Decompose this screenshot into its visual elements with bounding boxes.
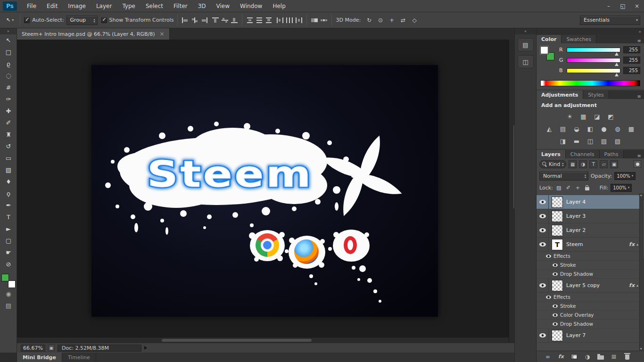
slider-thumb[interactable] xyxy=(615,73,619,76)
filter-type-layers-button[interactable]: T xyxy=(589,160,597,168)
exposure-icon[interactable]: ◩ xyxy=(606,112,616,121)
3d-slide-icon[interactable]: ⇄ xyxy=(398,16,408,25)
effect-row-stroke[interactable]: Stroke xyxy=(537,302,644,311)
layer-row-layer2[interactable]: Layer 2 xyxy=(537,223,644,238)
effects-header-row[interactable]: Effects xyxy=(537,252,644,261)
brush-tool-button[interactable]: ✐ xyxy=(0,117,17,129)
effects-collapse-chevron-icon[interactable]: ▴ xyxy=(636,283,638,288)
align-bottom-edges-icon[interactable] xyxy=(231,17,238,24)
visibility-toggle[interactable] xyxy=(543,293,553,301)
menu-layer[interactable]: Layer xyxy=(91,0,117,12)
tool-preset-picker[interactable]: ↖ ▾ xyxy=(4,16,16,24)
slider-thumb[interactable] xyxy=(615,62,619,66)
distribute-horizontal-centers-icon[interactable] xyxy=(286,17,293,24)
show-transform-checkbox[interactable] xyxy=(101,17,107,23)
slider-thumb[interactable] xyxy=(615,52,619,56)
visibility-toggle[interactable] xyxy=(537,195,549,209)
minimize-button[interactable]: – xyxy=(602,0,616,12)
eraser-tool-button[interactable]: ▭ xyxy=(0,152,17,164)
distribute-left-edges-icon[interactable] xyxy=(276,17,284,24)
color-lookup-icon[interactable]: ▩ xyxy=(627,124,636,133)
menu-file[interactable]: File xyxy=(22,0,41,12)
effect-row-drop-shadow[interactable]: Drop Shadow xyxy=(537,270,644,279)
shape-tool-button[interactable]: ▢ xyxy=(0,235,17,247)
blur-tool-button[interactable]: ♦ xyxy=(0,176,17,188)
color-spectrum-ramp[interactable] xyxy=(540,80,640,86)
visibility-toggle[interactable] xyxy=(550,302,560,310)
crop-tool-button[interactable]: # xyxy=(0,82,17,93)
status-options-icon[interactable]: ▣ xyxy=(48,345,55,351)
layer-thumbnail[interactable] xyxy=(552,211,563,222)
distribute-right-edges-icon[interactable] xyxy=(295,17,303,24)
layer-style-badge[interactable]: fx ▴ xyxy=(629,241,638,247)
menu-filter[interactable]: Filter xyxy=(168,0,193,12)
new-group-icon[interactable] xyxy=(597,353,604,361)
tab-adjustments[interactable]: Adjustments xyxy=(537,90,583,99)
restore-button[interactable]: ◱ xyxy=(616,0,630,12)
align-top-edges-icon[interactable] xyxy=(212,17,219,24)
menu-3d[interactable]: 3D xyxy=(193,0,211,12)
selective-color-icon[interactable]: ▨ xyxy=(599,137,609,145)
distribute-vertical-centers-icon[interactable] xyxy=(256,17,263,24)
move-tool-button[interactable]: ↖ xyxy=(0,34,17,46)
tab-mini-bridge[interactable]: Mini Bridge xyxy=(17,353,62,362)
new-layer-icon[interactable]: ⊞ xyxy=(610,353,618,361)
effects-collapse-chevron-icon[interactable]: ▴ xyxy=(636,242,638,247)
menu-edit[interactable]: Edit xyxy=(41,0,63,12)
type-tool-button[interactable]: T xyxy=(0,211,17,223)
lock-transparency-icon[interactable]: ▨ xyxy=(555,184,562,191)
visibility-toggle[interactable] xyxy=(537,279,549,292)
layer-thumbnail[interactable] xyxy=(552,197,563,208)
foreground-swatch[interactable] xyxy=(540,46,548,54)
tab-timeline[interactable]: Timeline xyxy=(62,353,96,362)
document-canvas[interactable]: Steem Steem Steem xyxy=(91,65,438,317)
layer-row-layer4[interactable]: Layer 4 xyxy=(537,195,644,209)
zoom-tool-button[interactable]: ⊘ xyxy=(0,258,17,270)
status-popup-arrow-icon[interactable] xyxy=(144,346,147,350)
scrollbar-thumb[interactable] xyxy=(161,338,312,342)
distribute-spacing-icon[interactable] xyxy=(320,17,328,24)
menu-select[interactable]: Select xyxy=(140,0,168,12)
auto-align-layers-icon[interactable] xyxy=(311,17,318,24)
align-right-edges-icon[interactable] xyxy=(200,17,208,24)
menu-help[interactable]: Help xyxy=(267,0,290,12)
tab-layers[interactable]: Layers xyxy=(537,150,566,158)
auto-select-target-dropdown[interactable]: Group xyxy=(66,16,98,25)
opacity-field[interactable]: 100% ▾ xyxy=(614,172,636,180)
tab-color[interactable]: Color xyxy=(537,35,561,43)
auto-select-checkbox[interactable] xyxy=(24,17,30,23)
layer-row-layer7[interactable]: Layer 7 xyxy=(537,329,644,343)
menu-image[interactable]: Image xyxy=(63,0,91,12)
align-left-edges-icon[interactable] xyxy=(182,17,189,24)
black-white-icon[interactable]: ◧ xyxy=(586,124,595,133)
properties-panel-button[interactable]: ◫ xyxy=(518,55,534,68)
panel-menu-icon[interactable]: ≡ xyxy=(635,38,644,43)
3d-rotate-icon[interactable]: ↻ xyxy=(364,16,374,25)
distribute-top-edges-icon[interactable] xyxy=(246,17,254,24)
gradient-map-icon[interactable]: ▧ xyxy=(613,137,622,145)
effects-header-row[interactable]: Effects xyxy=(537,293,644,302)
layer-row-layer3[interactable]: Layer 3 xyxy=(537,209,644,223)
green-slider[interactable] xyxy=(567,58,620,63)
blue-slider[interactable] xyxy=(567,68,620,73)
path-selection-tool-button[interactable]: ► xyxy=(0,223,17,235)
history-brush-tool-button[interactable]: ↺ xyxy=(0,140,17,152)
lock-position-icon[interactable]: + xyxy=(574,184,581,191)
filter-pixel-layers-button[interactable]: ▦ xyxy=(569,160,577,168)
lasso-tool-button[interactable]: ϱ xyxy=(0,58,17,70)
3d-roll-icon[interactable]: ⊙ xyxy=(376,16,385,25)
visibility-toggle[interactable] xyxy=(543,252,553,260)
marquee-tool-button[interactable]: □ xyxy=(0,46,17,58)
link-layers-icon[interactable]: ∞ xyxy=(544,353,552,361)
menu-window[interactable]: Window xyxy=(235,0,267,12)
layer-thumbnail[interactable] xyxy=(552,330,563,341)
layer-row-layer5copy[interactable]: Layer 5 copy fx ▴ xyxy=(537,279,644,293)
menu-view[interactable]: View xyxy=(211,0,235,12)
document-size-readout[interactable]: Doc: 2.52M/8.38M xyxy=(58,345,141,352)
visibility-toggle[interactable] xyxy=(537,223,549,237)
panel-menu-icon[interactable]: ≡ xyxy=(635,94,644,99)
posterize-icon[interactable]: ▬ xyxy=(572,137,581,145)
document-tab[interactable]: Steem+ Intro Image.psd @ 66.7% (Layer 4,… xyxy=(17,28,170,40)
distribute-bottom-edges-icon[interactable] xyxy=(265,17,272,24)
text-layer-thumbnail[interactable]: T xyxy=(552,239,563,250)
